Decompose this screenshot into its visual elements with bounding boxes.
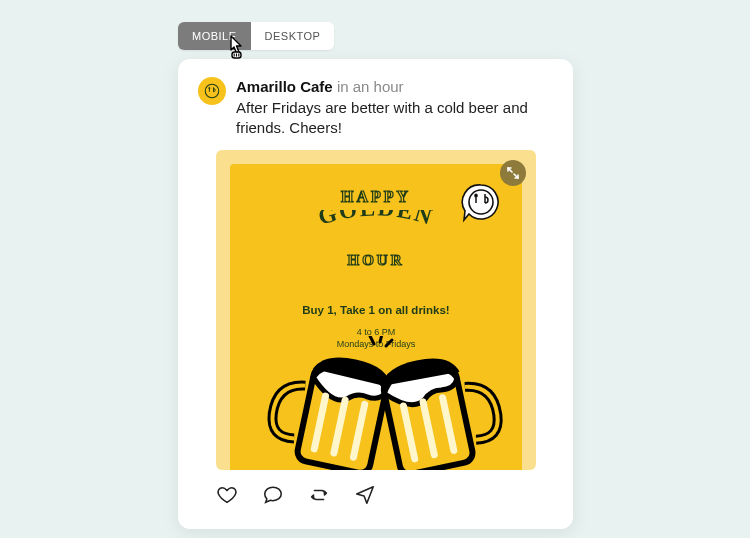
repost-button[interactable]	[308, 484, 330, 506]
tab-mobile[interactable]: MOBILE	[178, 22, 251, 50]
svg-line-16	[370, 336, 374, 344]
post-title-line: Amarillo Cafe in an hour	[236, 77, 553, 97]
repost-icon	[308, 484, 330, 506]
avatar	[198, 77, 226, 105]
media-promo: Buy 1, Take 1 on all drinks!	[230, 304, 522, 316]
post-body-text: After Fridays are better with a cold bee…	[236, 98, 553, 139]
share-button[interactable]	[354, 484, 376, 506]
post-media: HAPPY GOLDEN HOUR Buy 1, Take 1	[216, 150, 536, 470]
svg-rect-0	[232, 52, 241, 58]
expand-button[interactable]	[500, 160, 526, 186]
post-actions	[216, 484, 553, 506]
comment-icon	[262, 484, 284, 506]
post-preview-card: Amarillo Cafe in an hour After Fridays a…	[178, 59, 573, 529]
expand-icon	[507, 167, 519, 179]
comment-button[interactable]	[262, 484, 284, 506]
svg-line-18	[386, 340, 392, 346]
media-line3: HOUR	[230, 252, 522, 269]
media-headline: HAPPY GOLDEN HOUR	[230, 188, 522, 269]
share-icon	[354, 484, 376, 506]
like-button[interactable]	[216, 484, 238, 506]
svg-point-4	[204, 83, 221, 100]
svg-text:GOLDEN: GOLDEN	[315, 210, 436, 230]
post-header: Amarillo Cafe in an hour After Fridays a…	[198, 77, 553, 138]
post-author: Amarillo Cafe	[236, 78, 333, 95]
media-line2: GOLDEN	[230, 210, 522, 250]
tab-desktop[interactable]: DESKTOP	[251, 22, 335, 50]
heart-icon	[216, 484, 238, 506]
post-time: in an hour	[337, 78, 404, 95]
viewport-tab-switcher: MOBILE DESKTOP	[178, 22, 334, 50]
media-line1: HAPPY	[230, 188, 522, 206]
svg-line-17	[380, 336, 382, 342]
beer-mugs-illustration	[230, 336, 522, 470]
